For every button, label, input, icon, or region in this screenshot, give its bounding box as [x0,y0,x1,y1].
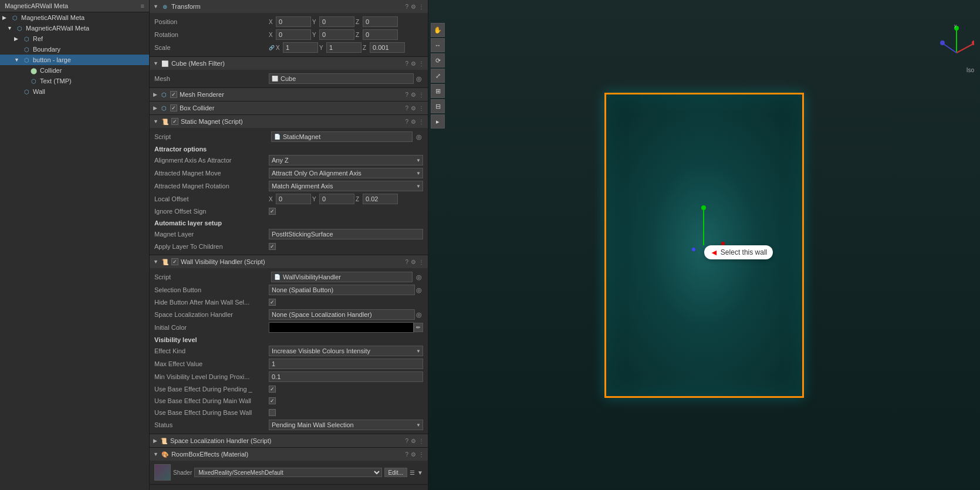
position-y[interactable] [319,16,354,27]
magnet-layer-input[interactable] [269,229,423,239]
status-select[interactable]: Pending Main Wall Selection [269,420,423,430]
attracted-rotation-select[interactable]: Match Alignment Axis [269,181,423,191]
box-collider-checkbox[interactable]: ✓ [170,104,177,111]
transform-section: ▼ ⊕ Transform ? ⚙ ⋮ Position X Y Z [150,0,428,57]
hide-button-label: Hide Button After Main Wall Sel... [154,299,269,306]
material-header[interactable]: ▼ 🎨 RoomBoxEffects (Material) ? ⚙ ⋮ [150,448,428,461]
help-icon-sl[interactable]: ? [405,438,408,444]
rotation-y[interactable] [319,29,354,40]
menu-icon-mr[interactable]: ⋮ [418,92,424,98]
menu-icon-sl[interactable]: ⋮ [418,438,424,444]
hierarchy-item-collider[interactable]: ▶ ⬤ Collider [0,65,149,76]
wall-visibility-header[interactable]: ▼ 📜 ✓ Wall Visibility Handler (Script) ?… [150,255,428,268]
ignore-offset-checkbox[interactable] [269,208,276,215]
hierarchy-menu-icon[interactable]: ≡ [141,2,144,9]
scale-z[interactable] [370,42,405,53]
help-icon-sm[interactable]: ? [405,119,408,125]
inspector-panel: ▼ ⊕ Transform ? ⚙ ⋮ Position X Y Z [150,0,428,490]
svg-text:y: y [954,23,957,28]
mesh-renderer-checkbox[interactable]: ✓ [170,91,177,98]
script-target-sm[interactable]: ◎ [415,133,423,141]
space-localization-header[interactable]: ▶ 📜 Space Localization Handler (Script) … [150,434,428,447]
scale-gizmo[interactable]: ⤢ [431,69,445,83]
hierarchy-item-root[interactable]: ▶ ⬡ MagneticARWall Meta [0,12,149,23]
material-menu-icon[interactable]: ▼ [417,469,423,476]
hide-button-checkbox[interactable] [269,299,276,306]
box-collider-header[interactable]: ▶ ⬡ ✓ Box Collider ? ⚙ ⋮ [150,102,428,114]
wall-mesh[interactable]: ◄ Select this wall [604,93,804,398]
rotation-z[interactable] [363,29,398,40]
rotation-x[interactable] [276,29,311,40]
extra-gizmo[interactable]: ▸ [431,114,445,129]
edit-button[interactable]: Edit... [384,468,408,477]
initial-color-swatch[interactable] [269,322,414,333]
menu-icon-bc[interactable]: ⋮ [418,105,424,111]
help-icon-mesh[interactable]: ? [405,60,408,67]
hierarchy-item-ref[interactable]: ▶ ⬡ Ref [0,33,149,44]
static-magnet-header[interactable]: ▼ 📜 ✓ Static Magnet (Script) ? ⚙ ⋮ [150,115,428,128]
static-magnet-checkbox[interactable]: ✓ [171,118,178,125]
attracted-move-select[interactable]: Attractt Only On Alignment Axis [269,168,423,178]
menu-icon-sm[interactable]: ⋮ [418,119,424,125]
rect-gizmo[interactable]: ⊞ [431,84,445,98]
transform-header[interactable]: ▼ ⊕ Transform ? ⚙ ⋮ [150,0,428,13]
shader-select[interactable]: MixedReality/SceneMeshDefault [194,468,381,477]
mesh-value: ⬜ Cube ◎ [269,73,423,84]
min-visibility-input[interactable] [269,371,423,382]
space-localization-target[interactable]: ◎ [415,310,423,319]
scale-y[interactable] [326,42,361,53]
move-gizmo[interactable]: ↔ [431,38,445,52]
apply-layer-checkbox[interactable] [269,243,276,250]
hierarchy-item-boundary[interactable]: ▶ ⬡ Boundary [0,44,149,55]
help-icon-bc[interactable]: ? [405,105,408,111]
hierarchy-item-wall[interactable]: ▶ ⬡ Wall [0,86,149,97]
local-offset-z[interactable] [363,194,398,204]
help-icon-wv[interactable]: ? [405,259,408,265]
position-row: Position X Y Z [150,15,428,28]
settings-icon-sm[interactable]: ⚙ [411,119,416,125]
menu-icon-wv[interactable]: ⋮ [418,259,424,265]
help-icon-transform[interactable]: ? [405,4,408,10]
position-x[interactable] [276,16,311,27]
hierarchy-item-root2[interactable]: ▼ ⬡ MagneticARWall Meta [0,23,149,33]
help-icon-mat[interactable]: ? [405,451,408,458]
color-picker-btn[interactable]: ✏ [414,323,423,332]
local-offset-x[interactable] [276,194,311,204]
settings-icon-transform[interactable]: ⚙ [411,4,416,10]
menu-icon-mat[interactable]: ⋮ [418,451,424,458]
use-base-pending-checkbox[interactable] [269,386,276,393]
visibility-level-heading: Visibility level [150,334,428,344]
local-offset-y[interactable] [319,194,354,204]
material-list-icon[interactable]: ☰ [410,469,415,476]
effect-kind-select[interactable]: Increase Visisble Colours Intensity [269,346,423,356]
rotate-gizmo[interactable]: ⟳ [431,53,445,67]
mesh-filter-header[interactable]: ▼ ⬜ Cube (Mesh Filter) ? ⚙ ⋮ [150,57,428,70]
use-base-base-checkbox[interactable] [269,409,276,416]
wall-visibility-checkbox[interactable]: ✓ [171,258,178,265]
mesh-renderer-header[interactable]: ▶ ⬡ ✓ Mesh Renderer ? ⚙ ⋮ [150,88,428,101]
settings-icon-mat[interactable]: ⚙ [411,451,416,458]
position-z[interactable] [363,16,398,27]
selection-button-target[interactable]: ◎ [415,286,423,294]
script-target-wv[interactable]: ◎ [415,273,423,281]
hand-gizmo[interactable]: ✋ [431,23,445,37]
settings-icon-wv[interactable]: ⚙ [411,259,416,265]
settings-icon-mesh[interactable]: ⚙ [411,60,416,67]
transform-gizmo[interactable]: ⊟ [431,99,445,113]
menu-icon-mesh[interactable]: ⋮ [418,60,424,67]
scale-x[interactable] [283,42,318,53]
settings-icon-mr[interactable]: ⚙ [411,92,416,98]
menu-icon-transform[interactable]: ⋮ [418,4,424,10]
settings-icon-sl[interactable]: ⚙ [411,438,416,444]
wall-visibility-body: Script 📄 WallVisibilityHandler ◎ Selecti… [150,268,428,434]
help-icon-mr[interactable]: ? [405,92,408,98]
use-base-main-checkbox[interactable] [269,397,276,404]
max-effect-input[interactable] [269,359,423,369]
alignment-axis-select[interactable]: Any Z [269,155,423,165]
hierarchy-item-text[interactable]: ▶ ⬡ Text (TMP) [0,76,149,86]
select-label[interactable]: ◄ Select this wall [704,245,773,259]
space-localization-section: ▶ 📜 Space Localization Handler (Script) … [150,434,428,448]
settings-icon-bc[interactable]: ⚙ [411,105,416,111]
mesh-target-icon[interactable]: ◎ [415,75,423,83]
hierarchy-item-button-large[interactable]: ▼ ⬡ button - large [0,55,149,65]
